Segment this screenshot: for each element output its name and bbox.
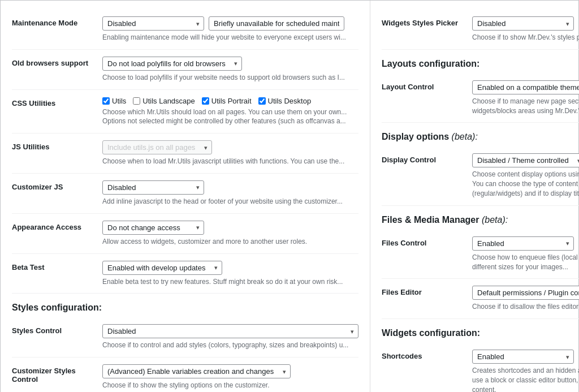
row-content-files-editor: Default permissions / Plugin controlledD… [472, 286, 579, 312]
row-desc-customizer-js: Add inline javascript to the head or foo… [102, 197, 358, 206]
settings-row-shortcodes: ShortcodesDisabledEnabledCreates shortco… [382, 343, 579, 392]
maintenance-mode-select[interactable]: DisabledEnabled [102, 16, 204, 31]
row-content-widgets-styles-picker: DisabledEnabledChoose if to show Mr.Dev.… [472, 16, 579, 42]
row-label-maintenance-mode: Maintenance Mode [12, 16, 102, 27]
section-heading-styles-heading: Styles configuration: [12, 303, 358, 313]
files-control-select[interactable]: DisabledEnabled [472, 236, 574, 251]
settings-container: Maintenance ModeDisabledEnabledEnabling … [0, 0, 579, 392]
row-label-customizer-styles-control: Customizer Styles Control [12, 364, 102, 384]
maintenance-text-input[interactable] [209, 16, 344, 31]
customizer-js-select[interactable]: DisabledEnabled [102, 180, 204, 195]
row-desc-css-utilities: Choose which Mr.Utils should load on all… [102, 107, 358, 127]
row-content-appearance-access: Do not change accessAllow access to widg… [102, 221, 358, 247]
row-desc-js-utilities: Choose when to load Mr.Utils javascript … [102, 157, 358, 166]
row-content-customizer-js: DisabledEnabledAdd inline javascript to … [102, 180, 358, 206]
appearance-access-select[interactable]: Do not change access [102, 221, 204, 235]
row-desc-appearance-access: Allow access to widgets, customizer and … [102, 237, 358, 247]
settings-row-maintenance-mode: Maintenance ModeDisabledEnabledEnabling … [12, 10, 358, 50]
checkbox-input-utils-desktop[interactable] [258, 97, 266, 105]
checkbox-label-utils: Utils [112, 97, 126, 105]
customizer-styles-control-select[interactable]: Disabled(Advanced) Enable variables crea… [102, 364, 291, 378]
checkbox-input-utils-portrait[interactable] [202, 97, 209, 105]
row-label-files-editor: Files Editor [382, 286, 472, 296]
row-desc-display-control: Choose content display options using Mr.… [472, 170, 579, 198]
settings-row-widgets-styles-picker: Widgets Styles PickerDisabledEnabledChoo… [382, 10, 579, 50]
checkbox-utils-desktop[interactable]: Utils Desktop [258, 97, 312, 105]
row-label-customizer-js: Customizer JS [12, 180, 102, 191]
row-label-appearance-access: Appearance Access [12, 221, 102, 231]
settings-row-customizer-js: Customizer JSDisabledEnabledAdd inline j… [12, 174, 358, 214]
row-desc-layout-control: Choose if to manage new page sections an… [472, 97, 579, 116]
row-desc-widgets-styles-picker: Choose if to show Mr.Dev.'s styles picke… [472, 33, 579, 42]
right-column: Widgets Styles PickerDisabledEnabledChoo… [370, 1, 579, 392]
row-content-css-utilities: UtilsUtils LandscapeUtils PortraitUtils … [102, 97, 358, 127]
section-heading-layouts-heading: Layouts configuration: [382, 59, 579, 69]
section-heading-files-media-heading: Files & Media Manager (beta): [382, 215, 579, 225]
row-desc-styles-control: Choose if to control and add styles (col… [102, 341, 358, 350]
row-label-beta-test: Beta Test [12, 261, 102, 272]
row-content-shortcodes: DisabledEnabledCreates shortcodes and an… [472, 350, 579, 392]
row-content-display-control: Disabled / Theme controlledEnabledChoose… [472, 153, 579, 198]
old-browsers-select[interactable]: Do not load polyfills for old browsersLo… [102, 57, 242, 71]
checkbox-label-utils-desktop: Utils Desktop [268, 97, 312, 105]
row-content-js-utilities: Include utils.js on all pagesChoose when… [102, 140, 358, 166]
checkbox-label-utils-portrait: Utils Portrait [211, 97, 252, 105]
row-content-customizer-styles-control: Disabled(Advanced) Enable variables crea… [102, 364, 358, 390]
row-content-old-browsers: Do not load polyfills for old browsersLo… [102, 57, 358, 83]
settings-row-old-browsers: Old browsers supportDo not load polyfill… [12, 50, 358, 90]
row-label-shortcodes: Shortcodes [382, 350, 472, 360]
section-heading-display-options-heading: Display options (beta): [382, 132, 579, 142]
maintenance-controls: DisabledEnabled [102, 16, 358, 31]
row-desc-maintenance-mode: Enabling maintenance mode will hide your… [102, 33, 358, 42]
row-content-maintenance-mode: DisabledEnabledEnabling maintenance mode… [102, 16, 358, 42]
settings-row-beta-test: Beta TestDisabledEnabled with develop up… [12, 254, 358, 294]
settings-row-display-control: Display ControlDisabled / Theme controll… [382, 147, 579, 205]
shortcodes-select[interactable]: DisabledEnabled [472, 350, 574, 364]
checkbox-label-utils-landscape: Utils Landscape [142, 97, 195, 105]
row-desc-shortcodes: Creates shortcodes and an hidden area fo… [472, 366, 579, 392]
row-desc-beta-test: Enable beta test to try new features. St… [102, 277, 358, 287]
row-content-beta-test: DisabledEnabled with develop updatesEnab… [102, 261, 358, 287]
checkbox-utils[interactable]: Utils [102, 97, 126, 105]
settings-row-files-editor: Files EditorDefault permissions / Plugin… [382, 279, 579, 319]
checkbox-input-utils[interactable] [102, 97, 110, 105]
widgets-styles-picker-select[interactable]: DisabledEnabled [472, 16, 574, 31]
beta-test-select[interactable]: DisabledEnabled with develop updatesEnab… [102, 261, 222, 275]
row-content-layout-control: DisabledEnabled on a compatible theme (R… [472, 80, 579, 116]
layout-control-select[interactable]: DisabledEnabled on a compatible theme (R… [472, 80, 579, 94]
row-desc-files-editor: Choose if to disallow the files editor f… [472, 302, 579, 312]
row-label-js-utilities: JS Utilities [12, 140, 102, 151]
section-heading-widgets-config-heading: Widgets configuration: [382, 328, 579, 338]
settings-row-css-utilities: CSS UtilitiesUtilsUtils LandscapeUtils P… [12, 90, 358, 134]
checkbox-input-utils-landscape[interactable] [133, 97, 140, 105]
row-label-layout-control: Layout Control [382, 80, 472, 91]
row-label-widgets-styles-picker: Widgets Styles Picker [382, 16, 472, 27]
files-editor-select[interactable]: Default permissions / Plugin controlledD… [472, 286, 579, 300]
row-desc-files-control: Choose how to enqueue files (local or ex… [472, 253, 579, 272]
settings-row-styles-control: Styles ControlDisabledEnabled with a com… [12, 317, 358, 357]
settings-row-customizer-styles-control: Customizer Styles ControlDisabled(Advanc… [12, 357, 358, 392]
row-desc-customizer-styles-control: Choose if to show the styling options on… [102, 381, 358, 390]
row-label-display-control: Display Control [382, 153, 472, 164]
settings-row-files-control: Files ControlDisabledEnabledChoose how t… [382, 230, 579, 279]
row-label-css-utilities: CSS Utilities [12, 97, 102, 107]
left-column: Maintenance ModeDisabledEnabledEnabling … [1, 1, 370, 392]
row-label-styles-control: Styles Control [12, 324, 102, 335]
settings-row-js-utilities: JS UtilitiesInclude utils.js on all page… [12, 133, 358, 174]
checkbox-utils-landscape[interactable]: Utils Landscape [133, 97, 195, 105]
checkboxes-row-css-utilities: UtilsUtils LandscapeUtils PortraitUtils … [102, 97, 358, 105]
checkbox-utils-portrait[interactable]: Utils Portrait [202, 97, 252, 105]
row-content-files-control: DisabledEnabledChoose how to enqueue fil… [472, 236, 579, 272]
display-control-select[interactable]: Disabled / Theme controlledEnabled [472, 153, 579, 167]
settings-row-appearance-access: Appearance AccessDo not change accessAll… [12, 214, 358, 254]
row-content-styles-control: DisabledEnabled with a compatible theme … [102, 324, 358, 350]
styles-control-select[interactable]: DisabledEnabled with a compatible theme … [102, 324, 358, 338]
settings-row-layout-control: Layout ControlDisabledEnabled on a compa… [382, 74, 579, 123]
row-desc-old-browsers: Choose to load polyfills if your website… [102, 73, 358, 83]
row-label-old-browsers: Old browsers support [12, 57, 102, 67]
js-utilities-select[interactable]: Include utils.js on all pages [102, 140, 212, 154]
row-label-files-control: Files Control [382, 236, 472, 247]
